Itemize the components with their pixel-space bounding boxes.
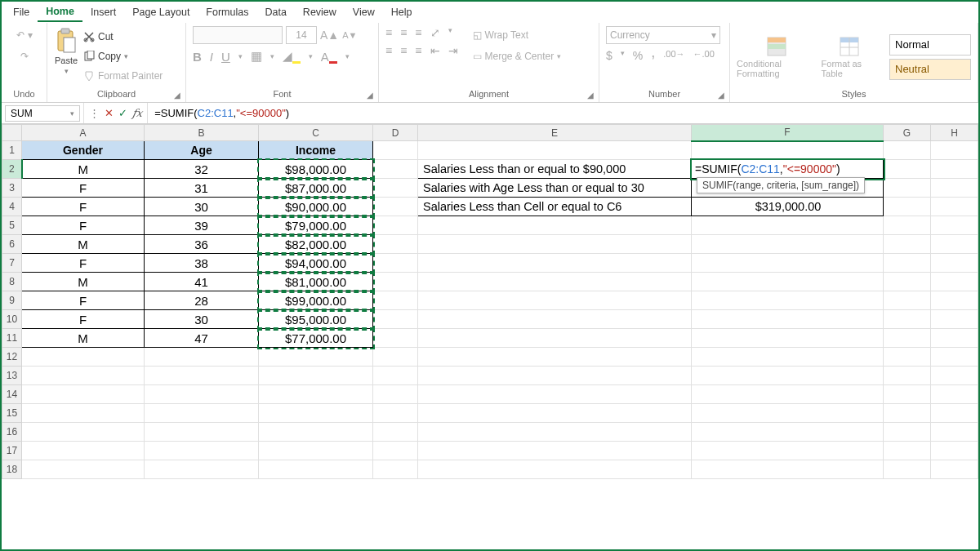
- svg-rect-1: [61, 29, 69, 33]
- enter-formula-icon[interactable]: ✓: [118, 107, 127, 119]
- increase-decimal-icon[interactable]: .00→: [663, 49, 684, 62]
- menu-page-layout[interactable]: Page Layout: [124, 3, 198, 21]
- svg-rect-6: [87, 51, 94, 59]
- table-cell[interactable]: F: [22, 198, 145, 216]
- font-name-combo[interactable]: [193, 26, 283, 44]
- formula-bar: SUM▾ ⋮ ✕ ✓ 𝑓𝑥 =SUMIF(C2:C11,"<=90000"): [2, 103, 978, 124]
- ribbon: ↶ ▾ ↷ Undo Paste ▾ Cut Copy ▾: [2, 23, 978, 103]
- font-color-button[interactable]: A: [321, 50, 337, 64]
- formula-input[interactable]: =SUMIF(C2:C11,"<=90000"): [148, 105, 978, 121]
- borders-button[interactable]: ▦: [251, 49, 262, 64]
- table-header[interactable]: Gender: [22, 141, 145, 160]
- orientation-icon[interactable]: ⤢: [430, 26, 440, 39]
- menu-data[interactable]: Data: [256, 3, 294, 21]
- menu-insert[interactable]: Insert: [82, 3, 124, 21]
- row-header[interactable]: 1: [2, 141, 22, 160]
- col-header-e[interactable]: E: [418, 125, 692, 141]
- table-cell[interactable]: M: [22, 160, 145, 179]
- alignment-launcher-icon[interactable]: ◢: [587, 91, 597, 100]
- col-header-h[interactable]: H: [931, 125, 978, 141]
- number-launcher-icon[interactable]: ◢: [718, 91, 728, 100]
- underline-button[interactable]: U: [221, 50, 230, 64]
- align-middle-icon[interactable]: ≡: [400, 26, 407, 39]
- cut-button[interactable]: Cut: [83, 28, 163, 46]
- accounting-format-icon[interactable]: $: [606, 49, 612, 62]
- menu-review[interactable]: Review: [295, 3, 345, 21]
- group-label-styles: Styles: [737, 87, 971, 102]
- label-cell[interactable]: Salaries with Age Less than or equal to …: [418, 179, 692, 198]
- align-bottom-icon[interactable]: ≡: [415, 26, 421, 39]
- label-cell[interactable]: Salaries Less than Cell or equal to C6: [418, 198, 692, 216]
- align-right-icon[interactable]: ≡: [415, 44, 421, 57]
- row-header[interactable]: 4: [2, 198, 22, 216]
- row-header[interactable]: 3: [2, 179, 22, 198]
- table-header[interactable]: Income: [259, 141, 373, 160]
- decrease-indent-icon[interactable]: ⇤: [430, 44, 440, 57]
- number-format-combo[interactable]: Currency▾: [606, 26, 720, 44]
- menu-file[interactable]: File: [5, 3, 38, 21]
- font-size-combo[interactable]: 14: [286, 26, 317, 44]
- col-header-c[interactable]: C: [259, 125, 373, 141]
- italic-button[interactable]: I: [210, 50, 213, 64]
- clipboard-launcher-icon[interactable]: ◢: [174, 91, 184, 100]
- comma-format-icon[interactable]: ,: [651, 49, 655, 62]
- group-label-number: Number: [606, 87, 723, 102]
- fill-color-button[interactable]: ◢: [283, 49, 301, 64]
- menu-help[interactable]: Help: [383, 3, 421, 21]
- merge-center-button[interactable]: ▭Merge & Center ▾: [473, 47, 562, 65]
- value-cell[interactable]: $319,000.00: [692, 198, 884, 216]
- wrap-text-button[interactable]: ◱Wrap Text: [473, 26, 562, 44]
- table-cell[interactable]: 32: [145, 160, 259, 179]
- svg-rect-8: [768, 38, 786, 42]
- group-label-font: Font: [193, 87, 372, 102]
- fx-icon[interactable]: 𝑓𝑥: [132, 107, 142, 120]
- label-cell[interactable]: Salaries Less than or equal to $90,000: [418, 160, 692, 179]
- align-top-icon[interactable]: ≡: [385, 26, 392, 39]
- font-launcher-icon[interactable]: ◢: [367, 91, 376, 100]
- cell-style-neutral[interactable]: Neutral: [889, 59, 971, 80]
- col-header-f[interactable]: F: [692, 125, 884, 141]
- paste-button[interactable]: Paste ▾: [54, 26, 78, 75]
- format-painter-button[interactable]: Format Painter: [83, 67, 163, 85]
- table-cell[interactable]: $87,000.00: [259, 179, 373, 198]
- align-center-icon[interactable]: ≡: [400, 44, 407, 57]
- menu-formulas[interactable]: Formulas: [198, 3, 256, 21]
- table-header[interactable]: Age: [145, 141, 259, 160]
- menu-view[interactable]: View: [345, 3, 383, 21]
- table-cell[interactable]: F: [22, 179, 145, 198]
- copy-button[interactable]: Copy ▾: [83, 47, 163, 65]
- value-cell[interactable]: SUMIF(range, criteria, [sum_range]): [692, 179, 884, 198]
- col-header-a[interactable]: A: [22, 125, 145, 141]
- table-cell[interactable]: 31: [145, 179, 259, 198]
- name-box[interactable]: SUM▾: [5, 105, 80, 122]
- increase-font-icon[interactable]: A▲: [320, 29, 339, 42]
- conditional-formatting-button[interactable]: Conditional Formatting: [737, 36, 817, 78]
- menu-bar: File Home Insert Page Layout Formulas Da…: [2, 2, 978, 23]
- decrease-font-icon[interactable]: A▼: [342, 30, 357, 40]
- increase-indent-icon[interactable]: ⇥: [448, 44, 458, 57]
- format-as-table-button[interactable]: Format as Table: [822, 36, 878, 78]
- table-cell[interactable]: $98,000.00: [259, 160, 373, 179]
- active-cell-editing[interactable]: =SUMIF(C2:C11,"<=90000"): [692, 160, 884, 179]
- col-header-d[interactable]: D: [373, 125, 418, 141]
- decrease-decimal-icon[interactable]: ←.00: [693, 49, 715, 62]
- select-all-corner[interactable]: [2, 125, 22, 141]
- group-label-alignment: Alignment: [385, 87, 592, 102]
- undo-button[interactable]: ↶ ▾: [16, 26, 33, 44]
- table-cell[interactable]: $90,000.00: [259, 198, 373, 216]
- percent-format-icon[interactable]: %: [633, 49, 643, 62]
- align-left-icon[interactable]: ≡: [385, 44, 392, 57]
- bold-button[interactable]: B: [193, 50, 202, 64]
- cancel-formula-icon[interactable]: ✕: [105, 107, 114, 119]
- worksheet[interactable]: A B C D E F G H 1 Gender Age Income 2 M …: [2, 124, 978, 479]
- function-tooltip: SUMIF(range, criteria, [sum_range]): [697, 177, 865, 193]
- table-cell[interactable]: 30: [145, 198, 259, 216]
- svg-rect-2: [64, 38, 75, 52]
- row-header[interactable]: 2: [2, 160, 22, 179]
- group-label-clipboard: Clipboard: [54, 87, 179, 102]
- redo-button[interactable]: ↷: [20, 47, 29, 65]
- col-header-b[interactable]: B: [145, 125, 259, 141]
- cell-style-normal[interactable]: Normal: [889, 34, 971, 56]
- col-header-g[interactable]: G: [884, 125, 931, 141]
- menu-home[interactable]: Home: [38, 2, 82, 22]
